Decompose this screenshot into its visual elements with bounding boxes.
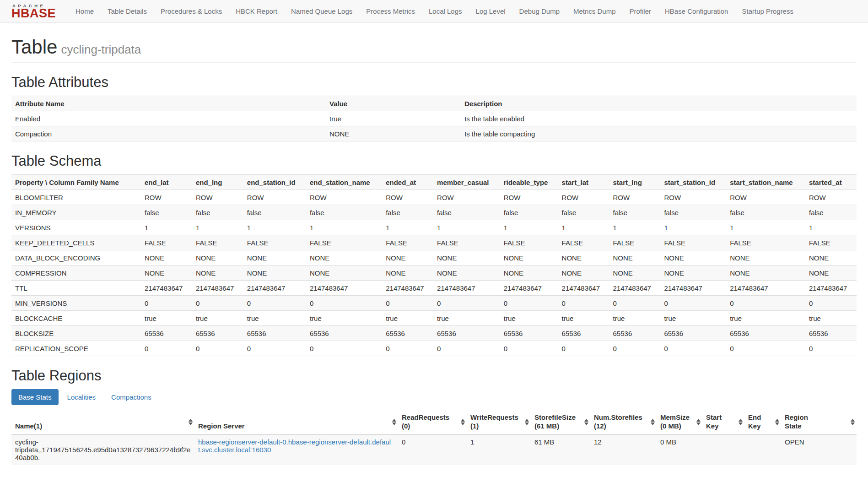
navbar-link-process-metrics[interactable]: Process Metrics [359, 0, 422, 23]
navbar-link-debug-dump[interactable]: Debug Dump [512, 0, 566, 23]
navbar-link-named-queue-logs[interactable]: Named Queue Logs [284, 0, 359, 23]
schema-property-value: 65536 [660, 326, 726, 341]
schema-property-value: NONE [609, 250, 661, 265]
navbar-link-table-details[interactable]: Table Details [101, 0, 154, 23]
regions-column-label: End [748, 413, 772, 422]
schema-property-value: 1 [306, 220, 382, 235]
sort-icon [392, 419, 396, 425]
schema-property-value: FALSE [243, 235, 306, 250]
schema-property-value: false [192, 205, 243, 220]
regions-column-header[interactable]: RegionState [781, 410, 857, 434]
schema-property-value: false [306, 205, 382, 220]
schema-property-value: true [805, 311, 857, 326]
region-server-cell: hbase-regionserver-default-0.hbase-regio… [194, 434, 398, 465]
navbar-link-local-logs[interactable]: Local Logs [422, 0, 469, 23]
schema-property-value: NONE [306, 265, 382, 281]
schema-family-header: member_casual [433, 175, 500, 190]
schema-property-value: 0 [660, 341, 726, 356]
page-header: Tablecycling-tripdata [11, 37, 857, 63]
navbar-item: Metrics Dump [566, 0, 623, 23]
schema-property-value: FALSE [141, 235, 192, 250]
regions-column-header[interactable]: StorefileSize(61 MB) [531, 410, 590, 434]
schema-property-value: false [609, 205, 661, 220]
regions-column-header[interactable]: Name(1) [11, 410, 194, 434]
regions-column-header[interactable]: ReadRequests(0) [398, 410, 467, 434]
navbar-item: Local Logs [422, 0, 469, 23]
navbar-link-home[interactable]: Home [69, 0, 101, 23]
schema-property-value: NONE [306, 250, 382, 265]
schema-property-value: 65536 [141, 326, 192, 341]
schema-property-value: 0 [192, 341, 243, 356]
region-state: OPEN [781, 434, 857, 465]
table-attributes-table: Attribute NameValueDescriptionEnabledtru… [11, 96, 857, 141]
regions-column-header[interactable]: Region Server [194, 410, 398, 434]
schema-property-value: true [500, 311, 558, 326]
schema-property-row: REPLICATION_SCOPE000000000000 [11, 341, 857, 356]
navbar-link-procedures-locks[interactable]: Procedures & Locks [154, 0, 229, 23]
schema-property-value: ROW [243, 190, 306, 205]
navbar-link-hbase-configuration[interactable]: HBase Configuration [658, 0, 735, 23]
schema-property-name: BLOCKCACHE [11, 311, 141, 326]
schema-property-value: 2147483647 [609, 281, 661, 296]
schema-property-value: NONE [141, 265, 192, 281]
regions-column-header[interactable]: WriteRequests(1) [467, 410, 531, 434]
schema-property-name: VERSIONS [11, 220, 141, 235]
schema-property-value: true [382, 311, 433, 326]
schema-property-value: true [609, 311, 661, 326]
regions-tab-compactions[interactable]: Compactions [104, 389, 158, 405]
regions-column-header[interactable]: MemSize(0 MB) [657, 410, 702, 434]
navbar-link-profiler[interactable]: Profiler [623, 0, 658, 23]
regions-column-label: (1) [470, 422, 522, 431]
schema-property-value: 65536 [243, 326, 306, 341]
navbar-link-metrics-dump[interactable]: Metrics Dump [566, 0, 623, 23]
hbase-logo[interactable]: APACHE HBASE [11, 4, 56, 19]
schema-property-value: NONE [805, 265, 857, 281]
schema-property-value: true [726, 311, 805, 326]
navbar-link-log-level[interactable]: Log Level [469, 0, 512, 23]
sort-icon [775, 419, 779, 425]
schema-property-value: 0 [609, 341, 661, 356]
schema-property-value: 1 [558, 220, 609, 235]
regions-column-header[interactable]: EndKey [744, 410, 781, 434]
schema-property-row: MIN_VERSIONS000000000000 [11, 296, 857, 311]
schema-property-value: false [382, 205, 433, 220]
region-server-link[interactable]: hbase-regionserver-default-0.hbase-regio… [198, 438, 391, 454]
schema-property-value: 0 [243, 296, 306, 311]
schema-property-value: 65536 [192, 326, 243, 341]
regions-column-header[interactable]: Num.Storefiles(12) [590, 410, 657, 434]
regions-tab: Compactions [104, 389, 160, 405]
navbar-link-startup-progress[interactable]: Startup Progress [735, 0, 800, 23]
navbar-item: Table Details [101, 0, 154, 23]
navbar-link-hbck-report[interactable]: HBCK Report [229, 0, 284, 23]
schema-property-value: ROW [558, 190, 609, 205]
schema-property-value: true [243, 311, 306, 326]
schema-property-value: false [500, 205, 558, 220]
schema-property-value: NONE [192, 265, 243, 281]
attributes-column-header: Attribute Name [11, 96, 326, 111]
schema-property-value: ROW [500, 190, 558, 205]
region-name-cell: cycling-tripdata,,1719475156245.e95d0a13… [11, 434, 194, 465]
schema-property-value: NONE [141, 250, 192, 265]
regions-tab-localities[interactable]: Localities [60, 389, 103, 405]
attributes-column-header: Value [326, 96, 461, 111]
regions-column-header[interactable]: StartKey [702, 410, 744, 434]
regions-tab-base-stats[interactable]: Base Stats [11, 389, 59, 405]
schema-property-name: COMPRESSION [11, 265, 141, 281]
schema-property-value: NONE [660, 250, 726, 265]
schema-property-value: NONE [609, 265, 661, 281]
schema-property-value: 0 [433, 341, 500, 356]
schema-property-value: 0 [609, 296, 661, 311]
sort-icon [739, 419, 743, 425]
schema-property-name: MIN_VERSIONS [11, 296, 141, 311]
regions-tab: Base Stats [11, 389, 60, 405]
schema-property-value: ROW [382, 190, 433, 205]
schema-property-value: ROW [433, 190, 500, 205]
schema-property-name: KEEP_DELETED_CELLS [11, 235, 141, 250]
schema-property-value: NONE [500, 265, 558, 281]
navbar-menu: HomeTable DetailsProcedures & LocksHBCK … [69, 0, 800, 23]
navbar-item: Log Level [469, 0, 512, 23]
schema-family-header: start_lat [558, 175, 609, 190]
schema-property-value: 1 [500, 220, 558, 235]
schema-property-row: BLOCKSIZE6553665536655366553665536655366… [11, 326, 857, 341]
region-start-key [702, 434, 744, 465]
